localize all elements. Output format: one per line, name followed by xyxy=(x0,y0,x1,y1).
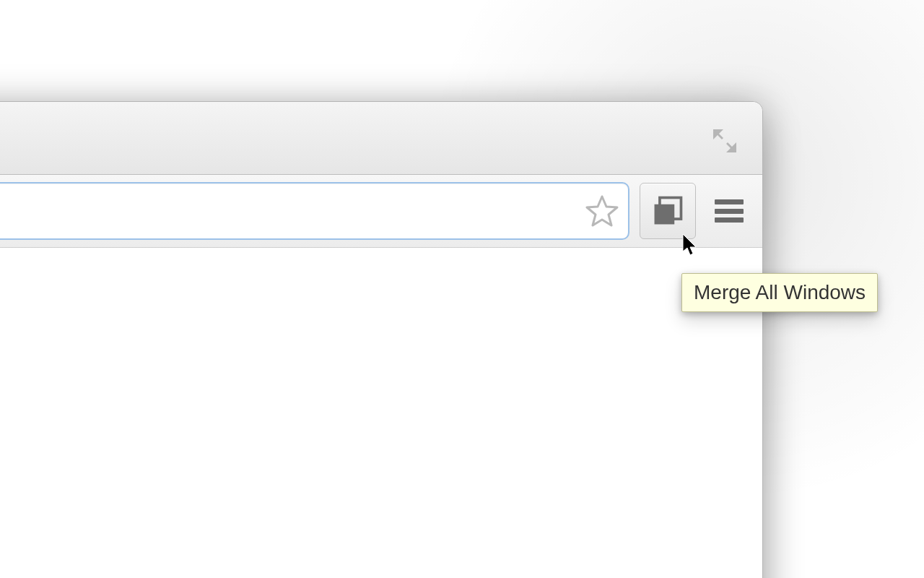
hamburger-icon xyxy=(715,199,744,223)
browser-toolbar xyxy=(0,175,762,248)
merge-windows-button[interactable] xyxy=(640,183,696,239)
bookmark-star-icon[interactable] xyxy=(585,194,619,228)
chrome-menu-button[interactable] xyxy=(702,184,757,238)
browser-window xyxy=(0,101,763,578)
address-input[interactable] xyxy=(0,199,585,223)
tooltip-text: Merge All Windows xyxy=(694,281,866,303)
address-bar[interactable] xyxy=(0,182,629,240)
merge-windows-icon xyxy=(650,194,685,228)
page-content xyxy=(0,248,762,578)
tooltip: Merge All Windows xyxy=(681,273,878,312)
enter-fullscreen-icon[interactable] xyxy=(710,126,739,155)
svg-rect-1 xyxy=(655,204,675,225)
window-titlebar xyxy=(0,102,762,175)
